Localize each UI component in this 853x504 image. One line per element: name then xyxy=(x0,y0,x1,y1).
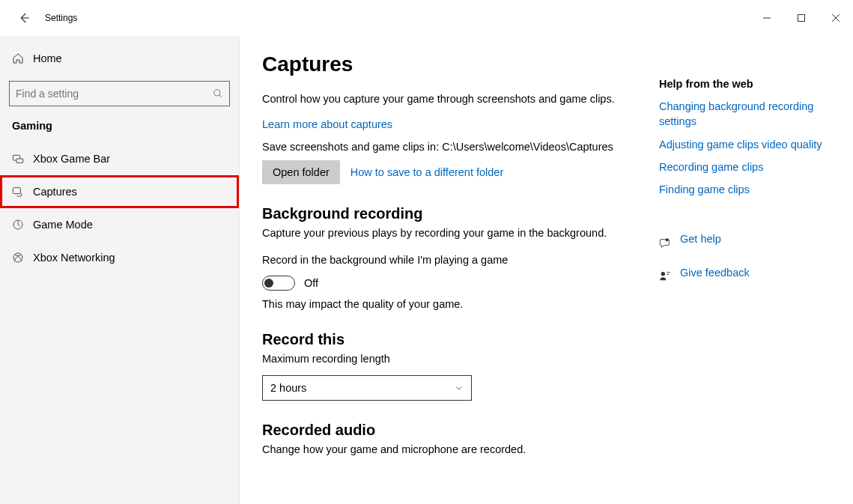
svg-rect-8 xyxy=(13,188,20,194)
help-link-finding-clips[interactable]: Finding game clips xyxy=(659,182,823,197)
save-path-line: Save screenshots and game clips in: C:\U… xyxy=(262,141,629,153)
chevron-down-icon xyxy=(455,383,464,392)
toggle-state-label: Off xyxy=(304,277,318,289)
close-button[interactable] xyxy=(819,6,853,30)
close-icon xyxy=(832,14,840,22)
maximize-button[interactable] xyxy=(784,6,819,30)
sidebar-item-label: Xbox Game Bar xyxy=(33,153,110,165)
svg-rect-1 xyxy=(798,15,805,22)
home-icon xyxy=(12,52,33,64)
sidebar-section-heading: Gaming xyxy=(0,117,239,142)
give-feedback-action[interactable]: Give feedback xyxy=(659,265,823,288)
open-folder-button[interactable]: Open folder xyxy=(262,160,340,184)
max-length-select[interactable]: 2 hours xyxy=(262,375,472,401)
sidebar-item-xbox-game-bar[interactable]: Xbox Game Bar xyxy=(0,142,239,175)
sidebar-item-xbox-networking[interactable]: Xbox Networking xyxy=(0,241,239,274)
game-bar-icon xyxy=(12,153,33,165)
background-toggle-label: Record in the background while I'm playi… xyxy=(262,252,629,269)
sidebar-item-game-mode[interactable]: Game Mode xyxy=(0,208,239,241)
sidebar-home-label: Home xyxy=(33,52,62,64)
help-icon xyxy=(659,237,680,249)
get-help-action[interactable]: Get help xyxy=(659,231,823,254)
background-recording-sub: Capture your previous plays by recording… xyxy=(262,225,629,242)
search-input-container[interactable] xyxy=(9,81,230,106)
svg-rect-7 xyxy=(16,159,23,163)
get-help-link[interactable]: Get help xyxy=(680,231,721,246)
how-to-save-link[interactable]: How to save to a different folder xyxy=(350,166,503,178)
minimize-icon xyxy=(763,14,771,22)
save-path-prefix: Save screenshots and game clips in: xyxy=(262,141,442,153)
svg-point-11 xyxy=(666,238,669,241)
save-path-value: C:\Users\welcome\Videos\Captures xyxy=(442,141,613,153)
recorded-audio-heading: Recorded audio xyxy=(262,422,629,439)
background-recording-toggle[interactable] xyxy=(262,276,295,291)
titlebar: Settings xyxy=(0,0,853,36)
feedback-icon xyxy=(659,270,680,282)
record-this-heading: Record this xyxy=(262,331,629,348)
minimize-button[interactable] xyxy=(750,6,784,30)
page-title: Captures xyxy=(262,52,629,76)
learn-more-link[interactable]: Learn more about captures xyxy=(262,118,392,130)
help-heading: Help from the web xyxy=(659,78,823,90)
background-recording-note: This may impact the quality of your game… xyxy=(262,298,629,310)
help-sidebar: Help from the web Changing background re… xyxy=(644,52,823,489)
svg-point-12 xyxy=(661,272,665,276)
svg-point-4 xyxy=(214,90,220,96)
page-intro: Control how you capture your game throug… xyxy=(262,91,629,108)
recorded-audio-sub: Change how your game and microphone are … xyxy=(262,442,629,458)
sidebar-home[interactable]: Home xyxy=(0,42,239,75)
game-mode-icon xyxy=(12,219,33,231)
help-link-bg-recording[interactable]: Changing background recording settings xyxy=(659,99,823,130)
svg-line-5 xyxy=(219,95,222,98)
sidebar-item-label: Captures xyxy=(33,186,77,198)
sidebar: Home Gaming Xbox Game Bar Captures Game … xyxy=(0,36,240,504)
search-icon xyxy=(213,88,223,99)
toggle-knob xyxy=(264,279,273,288)
window-title: Settings xyxy=(45,13,77,23)
max-length-value: 2 hours xyxy=(270,382,306,394)
sidebar-item-label: Xbox Networking xyxy=(33,252,115,264)
captures-icon xyxy=(12,186,33,198)
sidebar-item-captures[interactable]: Captures xyxy=(0,175,239,208)
background-recording-heading: Background recording xyxy=(262,205,629,222)
help-link-recording-clips[interactable]: Recording game clips xyxy=(659,160,823,174)
main-content: Captures Control how you capture your ga… xyxy=(262,52,644,489)
max-length-label: Maximum recording length xyxy=(262,351,629,368)
sidebar-item-label: Game Mode xyxy=(33,219,93,231)
arrow-left-icon xyxy=(17,11,31,25)
help-link-video-quality[interactable]: Adjusting game clips video quality xyxy=(659,137,823,152)
search-input[interactable] xyxy=(16,88,213,100)
give-feedback-link[interactable]: Give feedback xyxy=(680,265,750,280)
maximize-icon xyxy=(798,14,805,22)
xbox-icon xyxy=(12,252,33,264)
back-button[interactable] xyxy=(9,3,39,33)
